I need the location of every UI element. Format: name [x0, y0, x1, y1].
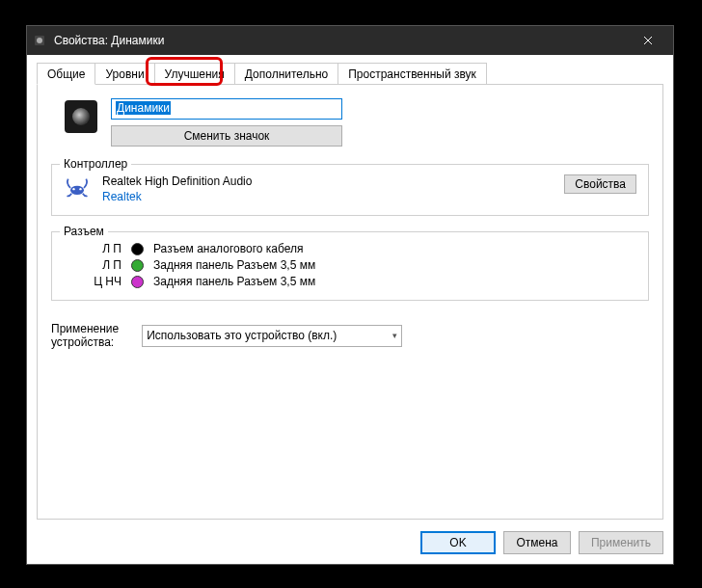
jacks-group: Разъем Л П Разъем аналогового кабеля Л П… [51, 231, 649, 301]
apply-button[interactable]: Применить [579, 531, 663, 554]
name-area: Динамики Сменить значок [111, 98, 342, 147]
jack-label: Л П [73, 242, 122, 255]
titlebar: Свойства: Динамики [27, 26, 673, 55]
controller-group: Контроллер Realtek High Definition Audio… [51, 164, 649, 216]
svg-point-2 [70, 186, 84, 195]
controller-props-button[interactable]: Свойства [564, 174, 636, 194]
dialog-footer: OK Отмена Применить [420, 531, 663, 554]
chevron-down-icon: ▾ [392, 331, 397, 340]
jack-list: Л П Разъем аналогового кабеля Л П Задняя… [64, 242, 636, 288]
jack-row: Л П Задняя панель Разъем 3,5 мм [73, 258, 636, 272]
controller-vendor-link[interactable]: Realtek [102, 190, 553, 203]
svg-point-3 [72, 188, 74, 190]
jack-color-icon [131, 243, 144, 255]
jack-label: Л П [73, 258, 122, 272]
window-icon [33, 33, 48, 48]
usage-row: Применение устройства: Использовать это … [51, 322, 649, 349]
jack-desc: Задняя панель Разъем 3,5 мм [153, 258, 315, 272]
client-area: Общие Уровни Улучшения Дополнительно Про… [27, 55, 673, 564]
device-row: Динамики Сменить значок [51, 98, 649, 147]
svg-point-1 [37, 38, 42, 43]
window-title: Свойства: Динамики [54, 34, 629, 47]
tab-levels[interactable]: Уровни [94, 63, 154, 85]
jack-label: Ц НЧ [73, 275, 122, 288]
jack-desc: Задняя панель Разъем 3,5 мм [153, 275, 315, 288]
jack-desc: Разъем аналогового кабеля [153, 242, 303, 255]
speaker-icon [65, 100, 97, 133]
device-name-input[interactable]: Динамики [111, 98, 342, 120]
tab-panel-general: Динамики Сменить значок Контроллер Realt… [37, 84, 663, 520]
usage-select[interactable]: Использовать это устройство (вкл.) ▾ [142, 325, 402, 347]
window-frame: Свойства: Динамики Общие Уровни Улучшени… [26, 25, 674, 565]
jack-row: Л П Разъем аналогового кабеля [73, 242, 636, 255]
svg-point-4 [79, 188, 81, 190]
tab-enhancements[interactable]: Улучшения [154, 63, 235, 85]
tab-strip: Общие Уровни Улучшения Дополнительно Про… [37, 63, 486, 85]
ok-button[interactable]: OK [420, 531, 496, 554]
controller-legend: Контроллер [60, 157, 131, 171]
jack-row: Ц НЧ Задняя панель Разъем 3,5 мм [73, 275, 636, 288]
device-name-text: Динамики [116, 101, 171, 115]
realtek-crab-icon [64, 174, 91, 201]
jack-color-icon [131, 259, 144, 272]
close-button[interactable] [629, 26, 667, 55]
controller-name: Realtek High Definition Audio [102, 174, 553, 188]
cancel-button[interactable]: Отмена [503, 531, 571, 554]
tab-advanced[interactable]: Дополнительно [234, 63, 338, 85]
jacks-legend: Разъем [60, 225, 108, 238]
tab-spatial[interactable]: Пространственный звук [338, 63, 487, 85]
tab-general[interactable]: Общие [37, 63, 95, 85]
change-icon-button[interactable]: Сменить значок [111, 125, 342, 147]
jack-color-icon [131, 276, 144, 288]
usage-selected: Использовать это устройство (вкл.) [147, 329, 337, 342]
usage-label: Применение устройства: [51, 322, 119, 349]
